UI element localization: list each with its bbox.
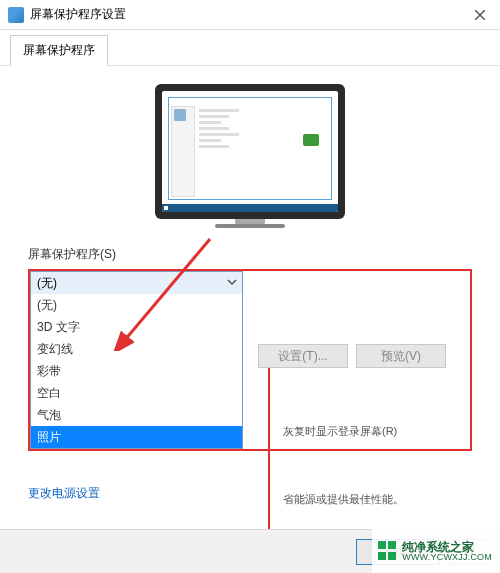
titlebar: 屏幕保护程序设置 bbox=[0, 0, 500, 30]
section-label-screensaver: 屏幕保护程序(S) bbox=[28, 246, 472, 263]
dropdown-option-none[interactable]: (无) bbox=[31, 294, 242, 316]
monitor-base bbox=[215, 224, 285, 228]
tab-bar: 屏幕保护程序 bbox=[0, 30, 500, 66]
screensaver-dropdown[interactable]: (无) (无) 3D 文字 变幻线 彩带 空白 气泡 照片 bbox=[30, 271, 243, 449]
preview-button: 预览(V) bbox=[356, 344, 446, 368]
power-settings-link[interactable]: 更改电源设置 bbox=[28, 485, 100, 502]
dropdown-option-ribbons[interactable]: 彩带 bbox=[31, 360, 242, 382]
dropdown-option-blank[interactable]: 空白 bbox=[31, 382, 242, 404]
dropdown-option-3dtext[interactable]: 3D 文字 bbox=[31, 316, 242, 338]
dropdown-list: (无) 3D 文字 变幻线 彩带 空白 气泡 照片 bbox=[31, 294, 242, 448]
window-title: 屏幕保护程序设置 bbox=[30, 6, 460, 23]
resume-checkbox-label-partial: 灰复时显示登录屏幕(R) bbox=[283, 424, 397, 439]
dropdown-selected[interactable]: (无) bbox=[31, 272, 242, 294]
tab-screensaver[interactable]: 屏幕保护程序 bbox=[10, 35, 108, 66]
close-icon bbox=[475, 10, 485, 20]
monitor-screen bbox=[162, 91, 338, 212]
settings-button: 设置(T)... bbox=[258, 344, 348, 368]
dropdown-selected-text: (无) bbox=[37, 275, 57, 292]
monitor-preview bbox=[28, 84, 472, 228]
monitor-icon bbox=[8, 7, 24, 23]
dropdown-option-bubbles[interactable]: 气泡 bbox=[31, 404, 242, 426]
dropdown-option-photos[interactable]: 照片 bbox=[31, 426, 242, 448]
monitor-frame bbox=[155, 84, 345, 219]
close-button[interactable] bbox=[460, 0, 500, 30]
energy-text-partial: 省能源或提供最佳性能。 bbox=[283, 492, 404, 507]
watermark-logo-icon bbox=[378, 541, 398, 561]
chevron-down-icon bbox=[226, 276, 238, 288]
watermark-title: 纯净系统之家 bbox=[402, 541, 492, 553]
watermark: 纯净系统之家 WWW.YCWXJJ.COM bbox=[372, 529, 500, 573]
dropdown-option-mystify[interactable]: 变幻线 bbox=[31, 338, 242, 360]
content-area: 屏幕保护程序(S) (无) (无) 3D 文字 变幻线 彩带 空白 气泡 照片 … bbox=[0, 66, 500, 512]
watermark-url: WWW.YCWXJJ.COM bbox=[402, 553, 492, 562]
annotation-right-border bbox=[268, 366, 270, 544]
